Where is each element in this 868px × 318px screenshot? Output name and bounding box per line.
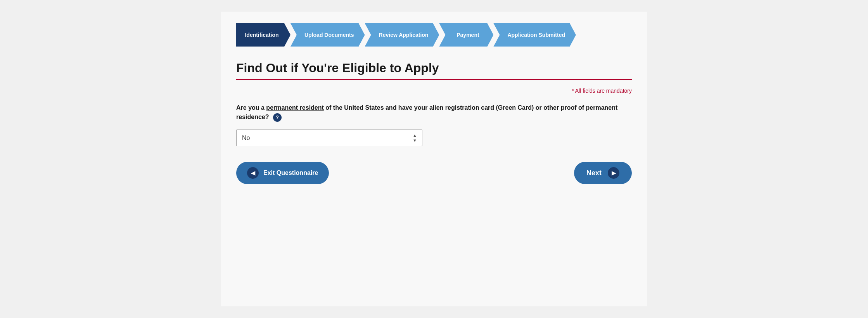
next-button[interactable]: Next ▶ [574, 162, 632, 184]
mandatory-notice: * All fields are mandatory [236, 88, 632, 94]
page-title: Find Out if You're Eligible to Apply [236, 60, 632, 75]
permanent-resident-link[interactable]: permanent resident [266, 104, 323, 111]
step-review-application[interactable]: Review Application [365, 23, 439, 47]
next-label: Next [586, 169, 602, 177]
help-icon[interactable]: ? [273, 113, 282, 122]
exit-label: Exit Questionnaire [263, 169, 318, 176]
exit-questionnaire-button[interactable]: ◀ Exit Questionnaire [236, 162, 329, 184]
step-upload-documents[interactable]: Upload Documents [290, 23, 365, 47]
question-label: Are you a permanent resident of the Unit… [236, 103, 632, 122]
next-icon: ▶ [608, 167, 619, 179]
title-divider [236, 79, 632, 80]
stepper: Identification Upload Documents Review A… [236, 23, 632, 47]
page-container: Identification Upload Documents Review A… [221, 12, 647, 306]
buttons-row: ◀ Exit Questionnaire Next ▶ [236, 162, 632, 184]
step-payment[interactable]: Payment [439, 23, 493, 47]
step-application-submitted[interactable]: Application Submitted [493, 23, 576, 47]
select-wrapper: No Yes ▲ ▼ [236, 130, 422, 146]
step-identification[interactable]: Identification [236, 23, 290, 47]
question-prefix: Are you a [236, 104, 266, 111]
residency-select[interactable]: No Yes [236, 130, 422, 146]
back-icon: ◀ [247, 167, 259, 179]
